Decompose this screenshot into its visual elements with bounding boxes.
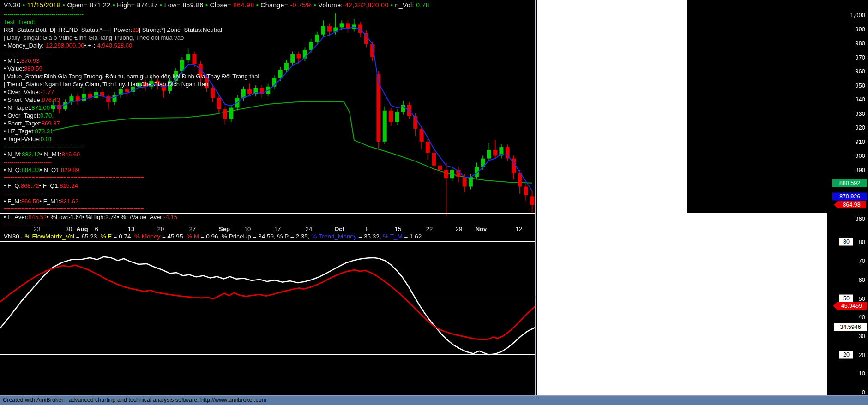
amibroker-chart-window: VN30 • 11/15/2018 • Open= 871.22 • High=… <box>0 0 868 405</box>
chart-canvas[interactable] <box>0 0 868 405</box>
